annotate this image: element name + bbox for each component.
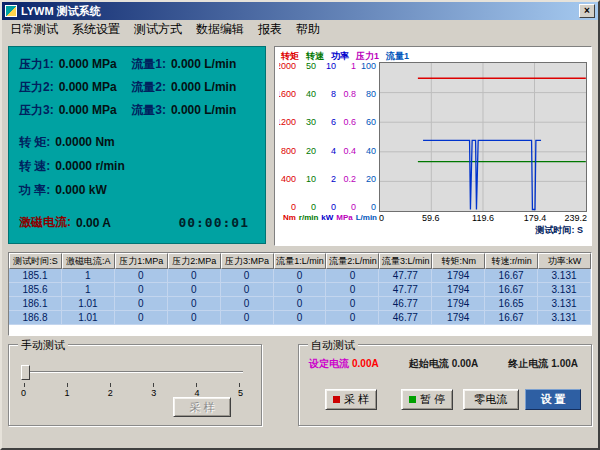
auto-field-1: 设定电流0.00A xyxy=(309,357,382,371)
axis-tick: 2 xyxy=(331,175,336,184)
zero-current-button[interactable]: 零电流 xyxy=(463,389,519,410)
menu-item-2[interactable]: 系统设置 xyxy=(65,20,127,39)
axis-tick: 10 xyxy=(326,62,336,71)
table-cell: 0 xyxy=(326,297,379,311)
auto-field-2: 起始电流0.00A xyxy=(409,357,482,371)
table-cell: 16.67 xyxy=(485,283,538,297)
axis-header-MPa: 压力1 xyxy=(356,50,379,62)
axis-tick: 0 xyxy=(291,203,296,212)
auto-sample-button[interactable]: 采 样 xyxy=(325,389,377,410)
axis-tick: 800 xyxy=(281,147,296,156)
table-cell: 46.77 xyxy=(379,311,432,325)
readout-pressure-3: 压力3:0.000 MPa xyxy=(19,102,131,119)
axis-tick: 100 xyxy=(361,62,376,71)
close-button[interactable]: × xyxy=(579,4,595,18)
menu-item-6[interactable]: 帮助 xyxy=(289,20,327,39)
table-cell: 0 xyxy=(168,311,221,325)
menu-bar: 日常测试系统设置测试方式数据编辑报表帮助 xyxy=(2,20,598,38)
axis-tick: 4 xyxy=(331,147,336,156)
pause-button[interactable]: 暂 停 xyxy=(401,389,453,410)
slider-scale-label: 5 xyxy=(238,388,243,398)
slider-track[interactable] xyxy=(21,371,243,373)
green-square-icon xyxy=(409,396,416,403)
table-cell: 3.131 xyxy=(538,297,591,311)
table-cell: 0 xyxy=(274,269,327,283)
menu-item-3[interactable]: 测试方式 xyxy=(127,20,189,39)
current-slider[interactable]: 012345 xyxy=(21,361,243,399)
auto-field-label: 终止电流 xyxy=(508,358,548,369)
readout-panel: 压力1:0.000 MPa流量1:0.000 L/min压力2:0.000 MP… xyxy=(8,46,266,244)
axis-tick: 400 xyxy=(281,175,296,184)
column-header: 压力1:MPa xyxy=(115,253,168,269)
series-flow1-line xyxy=(423,140,541,209)
speed-value: 0.0000 r/min xyxy=(55,159,124,173)
red-square-icon xyxy=(333,396,340,403)
axis-tick: 20 xyxy=(366,175,376,184)
axis-ticks-r/min: 50403020100 xyxy=(299,62,319,212)
axis-tick: 0.8 xyxy=(343,90,356,99)
excitation-current-value: 0.00 A xyxy=(76,216,111,230)
slider-thumb[interactable] xyxy=(21,365,30,380)
settings-button[interactable]: 设 置 xyxy=(525,389,581,410)
axis-tick: 0 xyxy=(311,203,316,212)
axis-tick: 50 xyxy=(306,62,316,71)
table-header-row: 测试时间:S激磁电流:A压力1:MPa压力2:MPa压力3:MPa流量1:L/m… xyxy=(9,253,591,269)
menu-item-4[interactable]: 数据编辑 xyxy=(189,20,251,39)
readout-power: 功 率:0.000 kW xyxy=(19,182,257,199)
axis-tick: 30 xyxy=(306,118,316,127)
axis-header-kW: 功率 xyxy=(331,50,349,62)
chart-plot xyxy=(380,63,586,211)
table-row[interactable]: 186.81.010000046.77179416.673.131 xyxy=(9,311,591,325)
table-cell: 186.8 xyxy=(9,311,62,325)
table-cell: 1 xyxy=(62,283,115,297)
manual-sample-button[interactable]: 采 样 xyxy=(173,397,231,417)
table-body: 185.110000047.77179416.673.131185.610000… xyxy=(9,269,591,325)
pressure-flow-readouts: 压力1:0.000 MPa流量1:0.000 L/min压力2:0.000 MP… xyxy=(19,56,257,119)
title-bar: LYWM 测试系统 × xyxy=(2,2,598,20)
readout-torque: 转 矩:0.0000 Nm xyxy=(19,134,257,151)
axis-ticks-L/min: 100806040200 xyxy=(359,62,379,212)
flow-2-value: 0.000 L/min xyxy=(171,80,236,94)
x-axis-ticks: 059.6119.6179.4239.2 xyxy=(379,212,587,224)
slider-scale-label: 3 xyxy=(151,388,156,398)
table-row[interactable]: 185.610000047.77179416.673.131 xyxy=(9,283,591,297)
slider-scale-label: 2 xyxy=(108,388,113,398)
pressure-1-label: 压力1: xyxy=(19,56,54,73)
speed-label: 转 速: xyxy=(19,158,50,175)
chart-body: 200016001200800400050403020100108642010.… xyxy=(279,62,587,212)
menu-item-5[interactable]: 报表 xyxy=(251,20,289,39)
column-header: 转矩:Nm xyxy=(432,253,485,269)
axis-header-L/min: 流量1 xyxy=(386,50,409,62)
table-cell: 1 xyxy=(62,269,115,283)
axis-tick: 40 xyxy=(306,90,316,99)
axis-tick: 1200 xyxy=(279,118,296,127)
table-cell: 1794 xyxy=(432,297,485,311)
table-cell: 0 xyxy=(221,311,274,325)
pressure-3-label: 压力3: xyxy=(19,102,54,119)
table-cell: 1794 xyxy=(432,269,485,283)
button-label: 暂 停 xyxy=(420,392,445,407)
content-area: 压力1:0.000 MPa流量1:0.000 L/min压力2:0.000 MP… xyxy=(2,38,598,446)
menu-item-1[interactable]: 日常测试 xyxy=(3,20,65,39)
column-header: 压力3:MPa xyxy=(221,253,274,269)
x-tick: 179.4 xyxy=(524,213,547,223)
table-row[interactable]: 185.110000047.77179416.673.131 xyxy=(9,269,591,283)
slider-scale-label: 0 xyxy=(21,388,26,398)
axis-tick: 1 xyxy=(351,62,356,71)
table-cell: 0 xyxy=(274,297,327,311)
column-header: 转速:r/min xyxy=(485,253,538,269)
power-label: 功 率: xyxy=(19,182,50,199)
pressure-1-value: 0.000 MPa xyxy=(59,57,117,71)
torque-label: 转 矩: xyxy=(19,134,50,151)
slider-tick-marks xyxy=(24,383,240,387)
axis-ticks-MPa: 10.80.60.40.20 xyxy=(339,62,359,212)
torque-value: 0.0000 Nm xyxy=(55,135,114,149)
table-cell: 16.65 xyxy=(485,297,538,311)
table-row[interactable]: 186.11.010000046.77179416.653.131 xyxy=(9,297,591,311)
table-cell: 0 xyxy=(115,269,168,283)
axis-tick: 80 xyxy=(366,90,376,99)
auto-field-label: 起始电流 xyxy=(409,358,449,369)
axis-tick: 1600 xyxy=(279,90,296,99)
table-cell: 0 xyxy=(168,283,221,297)
auto-field-value: 1.00A xyxy=(551,358,578,369)
